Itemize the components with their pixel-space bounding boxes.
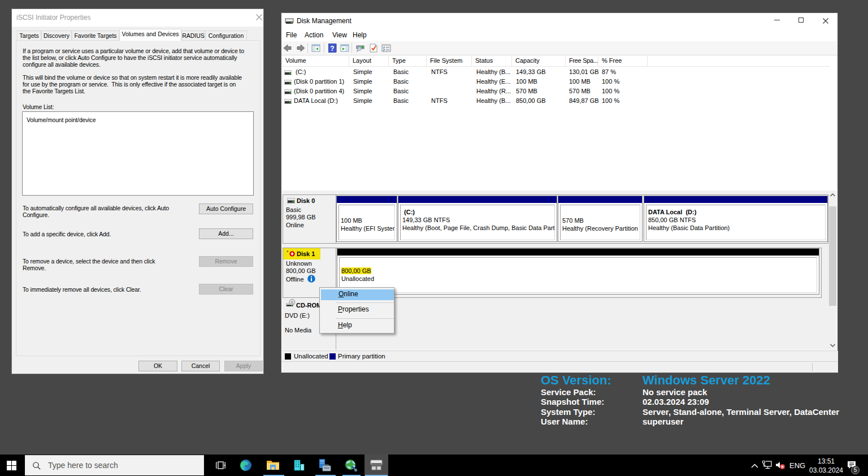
svg-text:?: ? — [330, 45, 334, 53]
